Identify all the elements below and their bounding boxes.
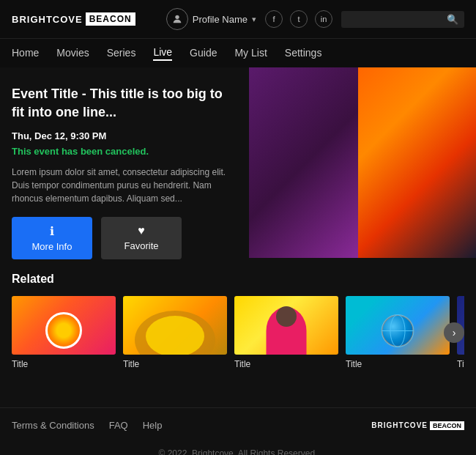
nav-item-series[interactable]: Series	[107, 47, 136, 60]
info-icon: ℹ	[50, 224, 54, 238]
event-title: Event Title - This title is too big to f…	[12, 85, 237, 122]
related-label-2: Title	[123, 359, 227, 369]
footer-copyright: © 2022, Brightcove. All Rights Reserved.	[0, 443, 476, 455]
related-section: Related Title Title Title	[0, 258, 476, 378]
related-label-5: Title	[457, 359, 464, 369]
list-item[interactable]: Title	[12, 296, 116, 369]
hero-content: Event Title - This title is too big to f…	[0, 67, 249, 258]
header: BRIGHTCOVE BEACON Profile Name ▾ f t in …	[0, 0, 476, 38]
footer-logo-brightcove: BRIGHTCOVE	[371, 421, 428, 429]
hero-image-left	[249, 67, 362, 258]
list-item[interactable]: Title	[234, 296, 338, 369]
instagram-icon[interactable]: in	[315, 10, 332, 28]
hero-section: Event Title - This title is too big to f…	[0, 67, 476, 258]
header-right: Profile Name ▾ f t in 🔍	[166, 8, 464, 30]
svg-point-0	[175, 15, 179, 19]
hero-image	[249, 67, 476, 258]
profile-name: Profile Name	[193, 14, 248, 25]
heart-icon: ♥	[138, 224, 145, 237]
faq-link[interactable]: FAQ	[109, 420, 128, 431]
nav-item-settings[interactable]: Settings	[285, 47, 322, 60]
navigation: Home Movies Series Live Guide My List Se…	[0, 38, 476, 67]
logo-beacon: BEACON	[86, 12, 135, 26]
related-thumbnail-4	[346, 296, 450, 355]
more-info-button[interactable]: ℹ More Info	[12, 217, 92, 259]
related-label-3: Title	[234, 359, 338, 369]
more-info-label: More Info	[32, 241, 72, 252]
profile-area[interactable]: Profile Name ▾	[166, 8, 256, 30]
related-label-4: Title	[346, 359, 450, 369]
search-bar[interactable]: 🔍	[341, 11, 464, 28]
list-item[interactable]: Title	[346, 296, 450, 369]
hero-buttons: ℹ More Info ♥ Favorite	[12, 217, 237, 259]
hero-image-right	[358, 67, 476, 258]
list-item[interactable]: Title	[123, 296, 227, 369]
related-label-1: Title	[12, 359, 116, 369]
event-canceled-badge: This event has been canceled.	[12, 146, 237, 157]
related-title: Related	[12, 273, 464, 286]
related-grid: Title Title Title	[12, 296, 464, 369]
favorite-label: Favorite	[124, 240, 159, 251]
logo: BRIGHTCOVE BEACON	[12, 12, 135, 26]
profile-chevron-icon: ▾	[252, 15, 256, 24]
nav-item-guide[interactable]: Guide	[190, 47, 217, 60]
person-head	[276, 306, 297, 327]
social-icons: f t in	[265, 10, 332, 28]
orange-slice-image	[45, 312, 82, 349]
related-thumbnail-3	[234, 296, 338, 355]
twitter-icon[interactable]: t	[290, 10, 308, 28]
footer: Terms & Conditions FAQ Help BRIGHTCOVE B…	[0, 407, 476, 443]
event-description: Lorem ipsum dolor sit amet, consectetur …	[12, 166, 237, 205]
footer-logo: BRIGHTCOVE BEACON	[371, 421, 464, 430]
search-input[interactable]	[347, 14, 442, 25]
favorite-button[interactable]: ♥ Favorite	[101, 217, 182, 259]
related-thumbnail-2	[123, 296, 227, 355]
profile-avatar-icon	[166, 8, 188, 30]
footer-links: Terms & Conditions FAQ Help	[12, 420, 162, 431]
related-thumbnail-1	[12, 296, 116, 355]
event-date: Thu, Dec 12, 9:30 PM	[12, 130, 237, 141]
nav-item-live[interactable]: Live	[153, 46, 172, 61]
help-link[interactable]: Help	[143, 420, 163, 431]
nav-item-mylist[interactable]: My List	[234, 47, 267, 60]
nav-item-movies[interactable]: Movies	[56, 47, 89, 60]
logo-brightcove: BRIGHTCOVE	[12, 14, 83, 25]
terms-link[interactable]: Terms & Conditions	[12, 420, 94, 431]
nav-item-home[interactable]: Home	[12, 47, 39, 60]
carousel-next-button[interactable]: ›	[444, 322, 464, 343]
facebook-icon[interactable]: f	[265, 10, 283, 28]
search-icon[interactable]: 🔍	[447, 14, 458, 25]
footer-logo-beacon: BEACON	[430, 421, 464, 430]
